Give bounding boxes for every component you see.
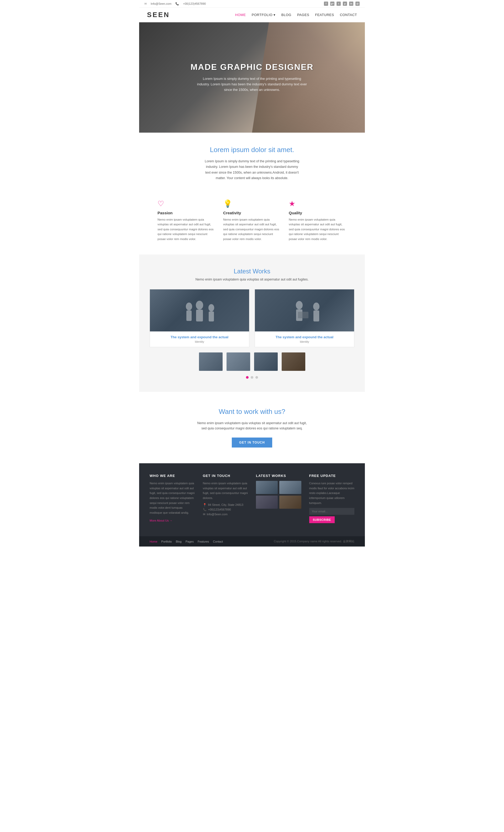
feature-quality: ★ Quality Nemo enim ipsam voluptatem qui…	[289, 199, 346, 241]
carousel-dots	[150, 376, 354, 379]
passion-text: Nemo enim ipsam voluptatem quia voluptas…	[158, 217, 215, 241]
top-phone: +00(123)4567890	[183, 2, 206, 5]
nav-blog[interactable]: BLOG	[282, 13, 291, 17]
footer-col-about: WHO WE ARE Nemo enim ipsam voluptatem qu…	[150, 474, 195, 523]
footer-col-contact: GET IN TOUCH Nemo enim ipsam voluptatem …	[203, 474, 248, 523]
thumb-2[interactable]	[227, 353, 250, 371]
footer-bottom-nav: Home Portfolio Blog Pages Features Conta…	[150, 540, 223, 543]
footer-works-images	[256, 481, 301, 509]
phone-icon-footer: 📞	[203, 508, 207, 511]
top-bar-contact: ✉ Info@Seen.com 📞 +00(123)4567890	[144, 2, 206, 5]
footer-nav-home[interactable]: Home	[150, 540, 157, 543]
works-section: Latest Works Nemo enim ipsam voluptatem …	[139, 255, 365, 392]
nav-features[interactable]: FEATURES	[315, 13, 334, 17]
footer-img-3[interactable]	[256, 496, 278, 509]
footer-nav-features[interactable]: Features	[198, 540, 209, 543]
hero-subtitle: Lorem Ipsum is simply dummy text of the …	[197, 76, 307, 93]
cta-button[interactable]: GET IN TOUCH	[232, 438, 272, 447]
footer-nav-portfolio[interactable]: Portfolio	[161, 540, 172, 543]
footer-bottom-bar: Home Portfolio Blog Pages Features Conta…	[139, 536, 365, 547]
features-section: ♡ Passion Nemo enim ipsam voluptatem qui…	[139, 194, 365, 255]
svg-point-9	[313, 303, 319, 310]
creativity-title: Creativity	[223, 211, 281, 215]
dot-3[interactable]	[256, 376, 258, 379]
about-body: Lorem Ipsum is simply dummy text of the …	[205, 159, 299, 181]
top-bar-social: f g+ t p in @	[324, 2, 360, 6]
top-bar: ✉ Info@Seen.com 📞 +00(123)4567890 f g+ t…	[139, 0, 365, 8]
works-thumbnails	[150, 353, 354, 371]
feature-passion: ♡ Passion Nemo enim ipsam voluptatem qui…	[158, 199, 215, 241]
works-title: Latest Works	[150, 268, 354, 275]
svg-rect-10	[313, 310, 319, 321]
twitter-icon[interactable]: t	[337, 2, 341, 6]
work-card-1-sub: Identity	[154, 340, 245, 343]
svg-point-2	[196, 301, 203, 310]
site-header: SEEN HOME PORTFOLIO ▾ BLOG PAGES FEATURE…	[139, 8, 365, 22]
pinterest-icon[interactable]: p	[343, 2, 347, 6]
work-card-2-title: The system and expound the actual	[259, 335, 350, 339]
newsletter-email-input[interactable]	[309, 508, 355, 515]
creativity-text: Nemo enim ipsam voluptatem quia voluptas…	[223, 217, 281, 241]
footer-contact-heading: GET IN TOUCH	[203, 474, 248, 478]
footer-img-4[interactable]	[279, 496, 301, 509]
quality-icon: ★	[289, 199, 346, 208]
work-card-1[interactable]: The system and expound the actual Identi…	[150, 289, 249, 347]
work-card-2[interactable]: The system and expound the actual Identi…	[255, 289, 354, 347]
hero-content: MADE GRAPHIC DESIGNER Lorem Ipsum is sim…	[185, 57, 319, 98]
nav-pages[interactable]: PAGES	[297, 13, 309, 17]
footer-nav-blog[interactable]: Blog	[176, 540, 182, 543]
passion-title: Passion	[158, 211, 215, 215]
thumb-1[interactable]	[199, 353, 222, 371]
googleplus-icon[interactable]: g+	[330, 2, 335, 6]
thumb-3[interactable]	[254, 353, 278, 371]
footer-about-link[interactable]: More About Us →	[150, 519, 173, 522]
top-email: Info@Seen.com	[151, 2, 171, 5]
email-icon: ✉	[144, 2, 147, 5]
footer-grid: WHO WE ARE Nemo enim ipsam voluptatem qu…	[150, 474, 354, 523]
linkedin-icon[interactable]: in	[349, 2, 353, 6]
footer-nav-contact[interactable]: Contact	[213, 540, 223, 543]
about-title: Lorem ipsum dolor sit amet.	[150, 146, 354, 154]
works-subtitle: Nemo enim ipsam voluptatem quia voluptas…	[150, 278, 354, 281]
hero-section: MADE GRAPHIC DESIGNER Lorem Ipsum is sim…	[139, 22, 365, 133]
main-nav: HOME PORTFOLIO ▾ BLOG PAGES FEATURES CON…	[235, 13, 357, 17]
feature-creativity: 💡 Creativity Nemo enim ipsam voluptatem …	[223, 199, 281, 241]
svg-point-6	[296, 301, 303, 309]
quality-title: Quality	[289, 211, 346, 215]
footer-img-1[interactable]	[256, 481, 278, 494]
svg-point-4	[208, 304, 214, 311]
work-card-1-image	[150, 289, 249, 332]
about-section: Lorem ipsum dolor sit amet. Lorem Ipsum …	[139, 133, 365, 194]
cta-section: Want to work with us? Nemo enim ipsam vo…	[139, 392, 365, 463]
footer-about-heading: WHO WE ARE	[150, 474, 195, 478]
subscribe-button[interactable]: SUBSCRIBE	[309, 516, 335, 523]
footer-newsletter-heading: FREE UPDATE	[309, 474, 355, 478]
work-card-1-body: The system and expound the actual Identi…	[150, 332, 249, 347]
work-card-2-body: The system and expound the actual Identi…	[255, 332, 354, 347]
work-card-2-sub: Identity	[259, 340, 350, 343]
cta-body: Nemo enim ipsam voluptatem quia voluptas…	[197, 420, 307, 431]
svg-point-0	[186, 303, 192, 310]
footer-works-heading: LATEST WORKS	[256, 474, 301, 478]
footer-img-2[interactable]	[279, 481, 301, 494]
footer-about-text: Nemo enim ipsam voluptatem quia voluptas…	[150, 481, 195, 515]
cta-title: Want to work with us?	[150, 408, 354, 416]
instagram-icon[interactable]: @	[355, 2, 360, 6]
nav-portfolio[interactable]: PORTFOLIO ▾	[252, 13, 275, 17]
footer-phone: 📞 +00(123)4567890	[203, 508, 248, 511]
newsletter-form: SUBSCRIBE	[309, 508, 355, 523]
footer-newsletter-text: Conexus iure posae volor remped modis ll…	[309, 481, 355, 505]
dot-1[interactable]	[246, 376, 248, 379]
dot-2[interactable]	[251, 376, 253, 379]
nav-contact[interactable]: CONTACT	[340, 13, 357, 17]
quality-text: Nemo enim ipsam voluptatem quia voluptas…	[289, 217, 346, 241]
nav-home[interactable]: HOME	[235, 13, 246, 17]
site-logo[interactable]: SEEN	[147, 11, 170, 19]
site-footer: WHO WE ARE Nemo enim ipsam voluptatem qu…	[139, 463, 365, 536]
footer-nav-pages[interactable]: Pages	[186, 540, 194, 543]
svg-rect-1	[186, 310, 192, 321]
thumb-4[interactable]	[282, 353, 305, 371]
facebook-icon[interactable]: f	[324, 2, 328, 6]
hero-title: MADE GRAPHIC DESIGNER	[191, 62, 314, 72]
svg-rect-8	[298, 312, 309, 318]
